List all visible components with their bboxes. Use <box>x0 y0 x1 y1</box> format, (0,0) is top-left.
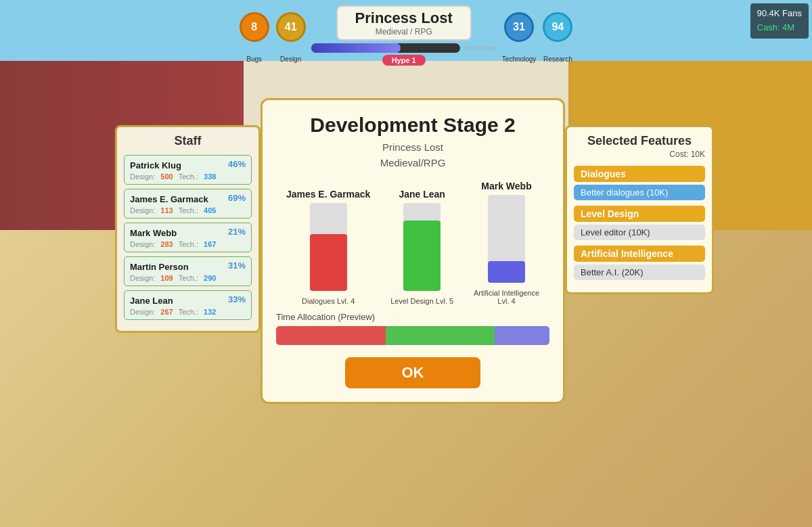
staff-bar-name: Mark Webb <box>481 181 531 191</box>
staff-list: Patrick Klug 46% Design: 500 Tech.: 338 … <box>124 155 252 320</box>
feature-item[interactable]: Better dialogues (10K) <box>574 185 705 200</box>
staff-name: Patrick Klug <box>130 160 181 170</box>
hud-center: Princess Lost Medieval / RPG Story/Debug… <box>311 5 497 66</box>
top-right-stats: 90.4K Fans Cash: 4M <box>750 3 809 39</box>
staff-name: James E. Garmack <box>130 194 208 204</box>
staff-name: Mark Webb <box>130 228 177 238</box>
design-val: 113 <box>160 206 173 214</box>
design-val: 267 <box>160 308 173 316</box>
bar-visual <box>403 203 441 291</box>
staff-percent: 69% <box>228 193 246 203</box>
bugs-count: 8 <box>251 21 257 33</box>
staff-percent: 33% <box>228 294 246 304</box>
game-subtitle: Medieval / RPG <box>351 27 457 37</box>
features-list: DialoguesBetter dialogues (10K)Level Des… <box>574 166 705 280</box>
tech-label: Tech.: <box>179 308 198 316</box>
bar-label: Dialogues Lvl. 4 <box>302 297 355 305</box>
features-panel: Selected Features Cost: 10K DialoguesBet… <box>565 125 714 294</box>
design-badge: 41 <box>276 12 306 42</box>
staff-bar-name: Jane Lean <box>399 189 445 200</box>
research-label: Research <box>543 55 572 63</box>
story-label: Story/Debug <box>463 45 497 51</box>
bar-visual <box>310 203 347 291</box>
tech-label: Tech.: <box>179 173 198 181</box>
feature-category[interactable]: Artificial Intelligence <box>574 246 705 262</box>
tech-label: Tech.: <box>179 206 198 214</box>
bar-fill <box>488 261 525 283</box>
feature-item[interactable]: Better A.I. (20K) <box>574 265 705 280</box>
staff-percent: 21% <box>228 227 246 237</box>
story-progress-bar <box>311 43 460 53</box>
staff-panel: Staff Patrick Klug 46% Design: 500 Tech.… <box>115 125 261 333</box>
tech-val: 405 <box>204 206 216 214</box>
features-cost: Cost: 10K <box>574 150 705 159</box>
design-label: Design: <box>130 274 155 282</box>
design-label: Design: <box>130 173 155 181</box>
staff-item[interactable]: Mark Webb 21% Design: 283 Tech.: 167 <box>124 223 252 252</box>
staff-percent: 46% <box>228 159 246 169</box>
design-val: 500 <box>160 173 173 181</box>
tech-count: 31 <box>513 21 525 33</box>
cash-amount: Cash: 4M <box>757 21 803 35</box>
staff-percent: 31% <box>228 260 246 271</box>
staff-item[interactable]: James E. Garmack 69% Design: 113 Tech.: … <box>124 189 252 219</box>
ok-button[interactable]: OK <box>345 357 480 388</box>
staff-item[interactable]: Jane Lean 33% Design: 267 Tech.: 132 <box>124 290 252 320</box>
design-val: 283 <box>160 240 173 248</box>
time-seg-blue <box>495 326 549 345</box>
bar-label: Level Design Lvl. 5 <box>390 297 453 305</box>
staff-panel-title: Staff <box>124 134 252 148</box>
staff-item[interactable]: Martin Person 31% Design: 109 Tech.: 290 <box>124 256 252 286</box>
time-bar-row <box>276 326 549 345</box>
design-label: Design: <box>130 240 155 248</box>
bugs-label: Bugs <box>246 55 262 63</box>
design-label: Design <box>280 55 301 63</box>
game-title: Princess Lost <box>351 9 457 27</box>
tech-label: Tech.: <box>179 274 198 282</box>
design-label: Design: <box>130 308 155 316</box>
feature-item[interactable]: Level editor (10K) <box>574 225 705 240</box>
features-title: Selected Features <box>574 134 705 148</box>
design-val: 109 <box>160 274 173 282</box>
staff-bar-col: James E. Garmack Dialogues Lvl. 4 <box>286 189 371 305</box>
bar-label: Artificial IntelligenceLvl. 4 <box>474 289 539 305</box>
fans-count: 90.4K Fans <box>757 7 803 21</box>
staff-bar-col: Jane Lean Level Design Lvl. 5 <box>390 189 453 305</box>
bar-fill <box>403 221 441 291</box>
feature-category[interactable]: Dialogues <box>574 166 705 182</box>
modal-title: Development Stage 2 <box>276 114 549 137</box>
tech-label: Tech.: <box>179 240 198 248</box>
research-count: 94 <box>551 21 564 33</box>
hype-badge: Hype 1 <box>382 55 426 66</box>
staff-bars-row: James E. Garmack Dialogues Lvl. 4 Jane L… <box>276 181 549 305</box>
design-label: Design: <box>130 206 155 214</box>
time-seg-green <box>386 326 495 345</box>
bar-visual <box>488 195 525 283</box>
tech-val: 338 <box>204 173 216 181</box>
staff-name: Jane Lean <box>130 296 173 306</box>
dev-stage-modal: Development Stage 2 Princess Lost Mediev… <box>261 98 565 404</box>
research-badge: 94 <box>543 12 572 42</box>
tech-badge: 31 <box>504 12 534 42</box>
feature-category[interactable]: Level Design <box>574 206 705 222</box>
time-allocation-label: Time Allocation (Preview) <box>276 312 549 322</box>
design-count: 41 <box>285 21 297 33</box>
staff-name: Martin Person <box>130 262 189 272</box>
staff-item[interactable]: Patrick Klug 46% Design: 500 Tech.: 338 <box>124 155 252 185</box>
hud-top: 8 Bugs 41 Design Princess Lost Medieval … <box>0 0 812 64</box>
story-progress-fill <box>311 43 401 53</box>
bugs-badge: 8 <box>240 12 269 42</box>
tech-val: 167 <box>204 240 216 248</box>
bar-fill <box>310 234 347 292</box>
time-seg-red <box>276 326 386 345</box>
tech-val: 132 <box>204 308 216 316</box>
tech-val: 290 <box>204 274 216 282</box>
modal-subtitle: Princess Lost Medieval/RPG <box>276 140 549 170</box>
tech-label: Technology <box>502 55 537 63</box>
staff-bar-name: James E. Garmack <box>286 189 371 200</box>
game-title-box: Princess Lost Medieval / RPG <box>336 5 472 41</box>
staff-bar-col: Mark Webb Artificial IntelligenceLvl. 4 <box>474 181 539 305</box>
